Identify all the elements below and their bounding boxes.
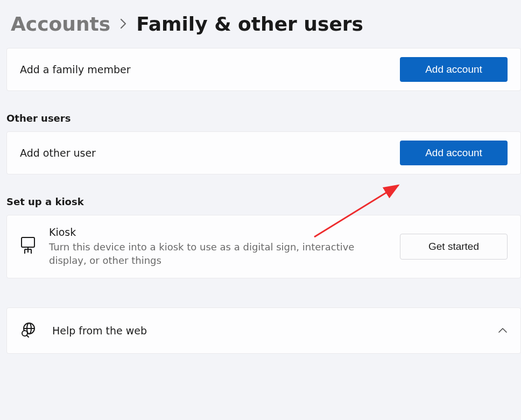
add-family-member-label: Add a family member [20, 64, 130, 75]
other-users-heading: Other users [6, 113, 521, 131]
add-other-user-label: Add other user [20, 147, 96, 159]
help-from-web-row[interactable]: Help from the web [6, 307, 521, 354]
add-family-member-row: Add a family member Add account [6, 48, 521, 91]
kiosk-icon [20, 236, 36, 257]
chevron-right-icon [119, 15, 128, 33]
add-other-user-row: Add other user Add account [6, 131, 521, 174]
breadcrumb: Accounts Family & other users [6, 13, 521, 35]
kiosk-row: Kiosk Turn this device into a kiosk to u… [6, 215, 521, 278]
kiosk-get-started-button[interactable]: Get started [400, 234, 508, 260]
kiosk-description: Turn this device into a kiosk to use as … [49, 240, 387, 267]
add-family-account-button[interactable]: Add account [400, 57, 508, 82]
svg-line-9 [27, 335, 29, 338]
globe-search-icon [20, 321, 37, 340]
kiosk-heading: Set up a kiosk [6, 196, 521, 215]
svg-rect-0 [22, 237, 34, 247]
chevron-up-icon [498, 326, 508, 336]
add-other-account-button[interactable]: Add account [400, 141, 508, 165]
help-label: Help from the web [52, 325, 483, 337]
page-title: Family & other users [136, 13, 363, 35]
kiosk-title: Kiosk [49, 226, 387, 238]
breadcrumb-parent[interactable]: Accounts [11, 13, 110, 35]
